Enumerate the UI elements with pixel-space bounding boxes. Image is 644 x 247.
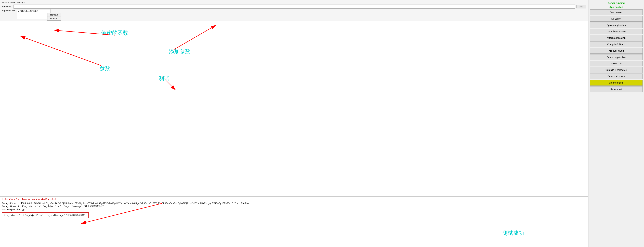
kill-server-button[interactable]: Kill server xyxy=(590,16,643,21)
compile-attach-button[interactable]: Compile & Attach xyxy=(590,41,643,47)
context-menu: Remove Modify xyxy=(47,13,61,20)
main-container: Method name: decrypt Argument: Add Argum… xyxy=(0,0,644,247)
remove-menu-item[interactable]: Remove xyxy=(48,13,61,17)
console-line-2: DecryptResult: {"m_istatus":-1,"m_object… xyxy=(2,205,586,208)
annotation-test: 测试 xyxy=(159,75,170,82)
svg-line-1 xyxy=(174,25,216,49)
svg-line-0 xyxy=(54,30,115,35)
start-server-button[interactable]: Start server xyxy=(590,9,643,15)
console-area: **** Console cleared successfully **** D… xyxy=(0,196,588,247)
argument-input[interactable] xyxy=(14,4,575,8)
form-area: Method name: decrypt Argument: Add Argum… xyxy=(0,0,588,21)
detach-application-button[interactable]: Detach application xyxy=(590,54,643,60)
svg-line-3 xyxy=(162,76,176,90)
arrows-svg xyxy=(0,21,588,196)
annotation-add-param: 添加参数 xyxy=(169,48,190,55)
sidebar: Server running App hooked Start server K… xyxy=(588,0,644,247)
annotation-decrypt-func: 解密的函数 xyxy=(101,29,128,37)
console-cleared-message: **** Console cleared successfully **** xyxy=(2,198,586,201)
modify-menu-item[interactable]: Modify xyxy=(48,17,61,20)
canvas-area: 解密的函数 添加参数 参数 测试 xyxy=(0,21,588,196)
argument-list-area: Argument list: dGQUU64U9tfXb0A Remove Mo… xyxy=(2,9,586,19)
method-name-label: Method name: xyxy=(2,1,16,4)
annotation-param: 参数 xyxy=(100,65,110,72)
attach-application-button[interactable]: Attach application xyxy=(590,35,643,41)
kill-application-button[interactable]: Kill application xyxy=(590,48,643,54)
compile-spawn-button[interactable]: Compile & Spawn xyxy=(590,29,643,34)
status-hooked-label: App hooked xyxy=(590,5,643,9)
compile-reload-js-button[interactable]: Compile & reload JS xyxy=(590,67,643,73)
run-export-button[interactable]: Run export xyxy=(590,86,643,92)
svg-line-2 xyxy=(20,36,101,66)
spawn-application-button[interactable]: Spawn application xyxy=(590,22,643,28)
method-name-row: Method name: decrypt xyxy=(2,1,586,4)
argument-list-box[interactable]: dGQUU64U9tfXb0A Remove Modify xyxy=(17,9,50,19)
content-area: Method name: decrypt Argument: Add Argum… xyxy=(0,0,588,247)
argument-row: Argument: Add xyxy=(2,4,586,8)
add-button[interactable]: Add xyxy=(576,5,586,8)
status-running-label: Server running xyxy=(590,1,643,5)
console-line-3: *** Output decrypt: xyxy=(2,208,586,211)
console-output-box: {"m_istatus":-1,"m_object":null,"m_strMe… xyxy=(2,213,89,218)
console-line-1: DecryptStart: dGQUU64U9tfXb0ALpsLZhjp8ui… xyxy=(2,202,586,205)
arg-item-1[interactable]: dGQUU64U9tfXb0A xyxy=(17,9,50,13)
detach-all-hooks-button[interactable]: Detach all hooks xyxy=(590,73,643,79)
argument-label: Argument: xyxy=(2,5,12,8)
annotation-test-success: 测试成功 xyxy=(502,230,524,237)
method-name-value: decrypt xyxy=(18,1,25,4)
clear-console-button[interactable]: Clear console xyxy=(590,80,643,86)
reload-js-button[interactable]: Reload JS xyxy=(590,61,643,66)
argument-list-label: Argument list: xyxy=(2,9,15,12)
